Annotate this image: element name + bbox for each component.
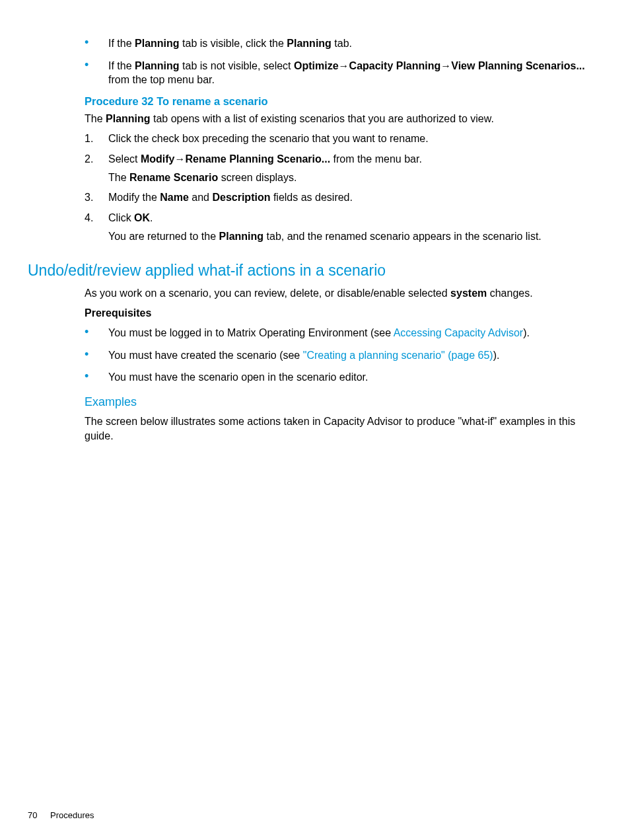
intro-bullet-list: If the Planning tab is visible, click th…	[85, 36, 602, 87]
examples-text: The screen below illustrates some action…	[85, 414, 602, 444]
section-heading: Undo/edit/review applied what-if actions…	[28, 262, 602, 280]
procedure-steps: Click the check box preceding the scenar…	[85, 132, 602, 244]
procedure-title: Procedure 32 To rename a scenario	[85, 95, 602, 108]
list-item: You must be logged in to Matrix Operatin…	[85, 326, 602, 340]
list-item: You must have the scenario open in the s…	[85, 370, 602, 385]
step-item: Click OK.You are returned to the Plannin…	[85, 211, 602, 245]
cross-reference-link[interactable]: "Creating a planning scenario" (page 65)	[303, 350, 493, 361]
body-content: If the Planning tab is visible, click th…	[85, 36, 602, 245]
prerequisites-label: Prerequisites	[85, 306, 602, 321]
page-footer: 70 Procedures	[28, 810, 94, 820]
footer-section: Procedures	[50, 810, 94, 820]
list-item: If the Planning tab is visible, click th…	[85, 36, 602, 51]
examples-heading: Examples	[85, 395, 602, 409]
step-item: Select Modify→Rename Planning Scenario..…	[85, 152, 602, 186]
list-item: If the Planning tab is not visible, sele…	[85, 59, 602, 87]
section-intro: As you work on a scenario, you can revie…	[85, 286, 602, 301]
prerequisites-list: You must be logged in to Matrix Operatin…	[85, 326, 602, 385]
list-item: You must have created the scenario (see …	[85, 348, 602, 363]
step-item: Click the check box preceding the scenar…	[85, 132, 602, 146]
document-page: If the Planning tab is visible, click th…	[0, 0, 630, 840]
procedure-intro: The Planning tab opens with a list of ex…	[85, 112, 602, 126]
page-number: 70	[28, 810, 37, 820]
cross-reference-link[interactable]: Accessing Capacity Advisor	[394, 327, 524, 338]
step-item: Modify the Name and Description fields a…	[85, 190, 602, 205]
section-content: As you work on a scenario, you can revie…	[85, 286, 602, 444]
